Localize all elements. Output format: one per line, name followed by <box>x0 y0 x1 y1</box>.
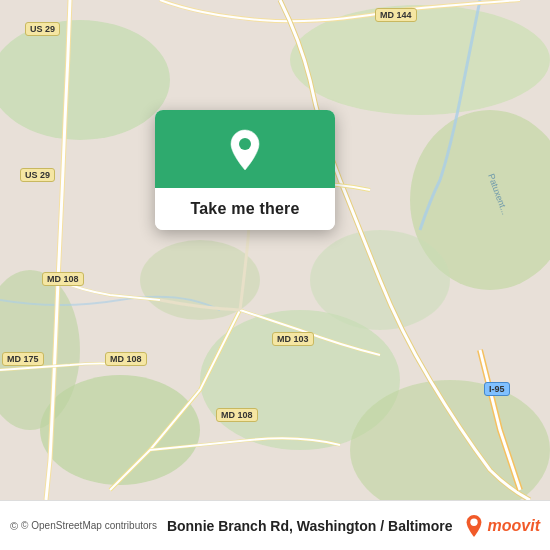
osm-text: © OpenStreetMap contributors <box>21 520 157 531</box>
map-svg: Patuxent... <box>0 0 550 500</box>
road-label-md108-mid: MD 108 <box>105 352 147 366</box>
road-label-md144: MD 144 <box>375 8 417 22</box>
moovit-brand-text: moovit <box>488 517 540 535</box>
road-label-md108-left: MD 108 <box>42 272 84 286</box>
take-me-there-button[interactable]: Take me there <box>155 188 335 230</box>
moovit-logo: moovit <box>464 514 540 538</box>
map-container: Patuxent... US 29 MD 144 US 29 MD 103 MD… <box>0 0 550 500</box>
svg-point-11 <box>239 138 251 150</box>
road-label-md103-bot: MD 103 <box>272 332 314 346</box>
svg-point-12 <box>470 518 477 525</box>
road-label-us29-mid: US 29 <box>20 168 55 182</box>
moovit-pin-icon <box>464 514 484 538</box>
road-label-i95: I-95 <box>484 382 510 396</box>
road-label-md175: MD 175 <box>2 352 44 366</box>
road-label-md108-bot: MD 108 <box>216 408 258 422</box>
road-label-us29-top: US 29 <box>25 22 60 36</box>
address-label: Bonnie Branch Rd, Washington / Baltimore <box>167 518 458 534</box>
location-pin-icon <box>227 128 263 172</box>
popup-header <box>155 110 335 188</box>
osm-attribution: © © OpenStreetMap contributors <box>10 520 157 532</box>
copyright-symbol: © <box>10 520 18 532</box>
bottom-bar: © © OpenStreetMap contributors Bonnie Br… <box>0 500 550 550</box>
popup-card: Take me there <box>155 110 335 230</box>
